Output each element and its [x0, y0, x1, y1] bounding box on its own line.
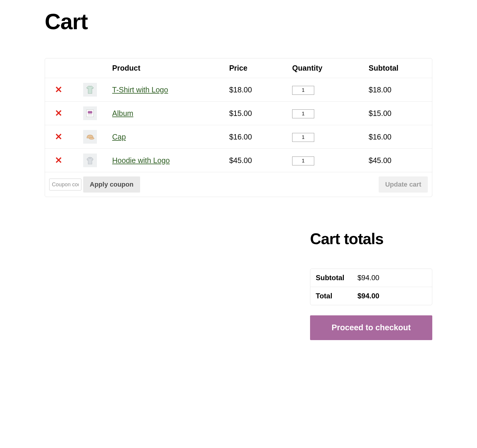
quantity-input[interactable]	[292, 156, 314, 165]
subtotal-cell: $16.00	[365, 125, 432, 149]
price-cell: $16.00	[225, 125, 288, 149]
quantity-input[interactable]	[292, 86, 314, 95]
quantity-input[interactable]	[292, 109, 314, 118]
product-link[interactable]: T-Shirt with Logo	[112, 86, 168, 94]
cap-icon	[85, 132, 95, 142]
price-cell: $18.00	[225, 78, 288, 102]
col-subtotal-header: Subtotal	[365, 58, 432, 78]
table-row: ✕ Album $15.00 $15.00	[45, 102, 432, 125]
col-thumb-header	[72, 58, 108, 78]
page-title: Cart	[45, 9, 432, 34]
subtotal-cell: $15.00	[365, 102, 432, 125]
product-link[interactable]: Album	[112, 109, 133, 117]
coupon-group: Apply coupon	[49, 176, 140, 193]
table-row: ✕ Cap $16.00 $16.00	[45, 125, 432, 149]
col-remove-header	[45, 58, 72, 78]
apply-coupon-button[interactable]: Apply coupon	[83, 176, 140, 193]
subtotal-cell: $45.00	[365, 149, 432, 172]
remove-item-button[interactable]: ✕	[55, 85, 62, 94]
col-qty-header: Quantity	[288, 58, 365, 78]
product-thumbnail[interactable]	[83, 154, 97, 167]
subtotal-cell: $18.00	[365, 78, 432, 102]
price-cell: $15.00	[225, 102, 288, 125]
cart-actions-row: Apply coupon Update cart	[45, 172, 432, 197]
close-icon: ✕	[55, 132, 62, 142]
total-value: $94.00	[352, 287, 432, 305]
price-cell: $45.00	[225, 149, 288, 172]
close-icon: ✕	[55, 85, 62, 94]
album-icon	[85, 108, 95, 118]
product-thumbnail[interactable]	[83, 83, 97, 97]
hoodie-icon	[85, 155, 95, 165]
col-price-header: Price	[225, 58, 288, 78]
cart-table: Product Price Quantity Subtotal ✕ T-	[45, 58, 432, 197]
subtotal-label: Subtotal	[310, 269, 352, 287]
tshirt-icon	[85, 85, 95, 95]
col-product-header: Product	[108, 58, 225, 78]
table-row: ✕ Hoodie with Logo $45.00 $45.00	[45, 149, 432, 172]
total-label: Total	[310, 287, 352, 305]
product-link[interactable]: Hoodie with Logo	[112, 156, 170, 165]
close-icon: ✕	[55, 108, 62, 118]
table-row: ✕ T-Shirt with Logo $18.00 $18.00	[45, 78, 432, 102]
product-thumbnail[interactable]	[83, 130, 97, 144]
cart-totals-block: Cart totals Subtotal $94.00 Total $94.00…	[310, 230, 432, 340]
svg-rect-2	[88, 114, 92, 115]
svg-rect-1	[88, 111, 92, 114]
product-thumbnail[interactable]	[83, 106, 97, 120]
cart-totals-table: Subtotal $94.00 Total $94.00	[310, 269, 432, 305]
remove-item-button[interactable]: ✕	[55, 132, 62, 141]
subtotal-value: $94.00	[352, 269, 432, 287]
update-cart-button[interactable]: Update cart	[379, 176, 428, 193]
remove-item-button[interactable]: ✕	[55, 156, 62, 165]
proceed-to-checkout-button[interactable]: Proceed to checkout	[310, 315, 432, 340]
remove-item-button[interactable]: ✕	[55, 109, 62, 118]
close-icon: ✕	[55, 155, 62, 165]
quantity-input[interactable]	[292, 133, 314, 142]
coupon-input[interactable]	[49, 179, 81, 190]
cart-totals-title: Cart totals	[310, 230, 432, 248]
svg-point-3	[89, 137, 94, 139]
product-link[interactable]: Cap	[112, 133, 126, 141]
